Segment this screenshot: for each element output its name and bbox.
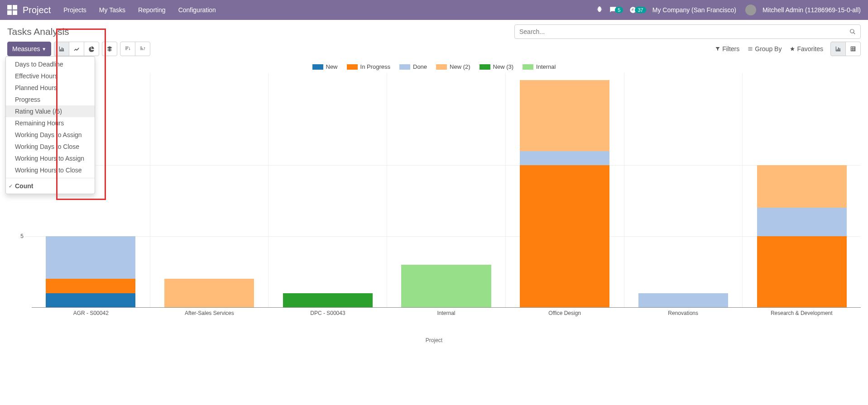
measures-button[interactable]: Measures ▼ bbox=[7, 42, 51, 56]
measure-count[interactable]: ✓Count bbox=[6, 180, 95, 192]
search-icon[interactable] bbox=[849, 29, 856, 35]
bar-segment[interactable] bbox=[520, 165, 609, 307]
legend-item[interactable]: New bbox=[312, 63, 338, 70]
messages-icon[interactable]: 5 bbox=[609, 6, 623, 14]
bar-segment[interactable] bbox=[520, 151, 609, 165]
bar-segment[interactable] bbox=[401, 265, 491, 307]
legend: NewIn ProgressDoneNew (2)New (3)Internal bbox=[7, 63, 861, 70]
avatar[interactable] bbox=[745, 5, 756, 15]
sort-group bbox=[120, 42, 150, 56]
bar-segment[interactable] bbox=[520, 80, 609, 151]
x-tick: Office Design bbox=[505, 307, 624, 326]
pie-chart-button[interactable] bbox=[84, 42, 99, 56]
filters-button[interactable]: Filters bbox=[715, 45, 739, 52]
x-tick: DPC - S00043 bbox=[269, 307, 387, 326]
x-tick: After-Sales Services bbox=[150, 307, 269, 326]
bar-segment[interactable] bbox=[638, 293, 728, 307]
legend-item[interactable]: Done bbox=[399, 63, 427, 70]
bar-segment[interactable] bbox=[46, 293, 135, 307]
bar-segment[interactable] bbox=[46, 279, 135, 293]
x-axis-label: Project bbox=[7, 337, 861, 343]
x-tick: Internal bbox=[387, 307, 506, 326]
favorites-button[interactable]: Favorites bbox=[790, 45, 823, 52]
bug-icon[interactable] bbox=[596, 6, 603, 14]
nav-my-tasks[interactable]: My Tasks bbox=[99, 6, 125, 14]
view-switch bbox=[830, 42, 861, 56]
bar-segment[interactable] bbox=[46, 236, 135, 279]
x-tick: Research & Development bbox=[742, 307, 861, 326]
chart-type-group bbox=[54, 42, 99, 56]
apps-icon[interactable] bbox=[7, 5, 17, 15]
nav-configuration[interactable]: Configuration bbox=[178, 6, 216, 14]
measure-option[interactable]: Remaining Hours bbox=[6, 117, 95, 129]
measure-option[interactable]: Progress bbox=[6, 94, 95, 105]
toolbar-left: Measures ▼ Days to DeadlineEffective Hou… bbox=[7, 42, 150, 56]
bar-segment[interactable] bbox=[283, 293, 373, 307]
search-input[interactable] bbox=[519, 28, 849, 35]
line-chart-button[interactable] bbox=[69, 42, 84, 56]
measure-option[interactable]: Planned Hours bbox=[6, 82, 95, 94]
bar-segment[interactable] bbox=[757, 208, 847, 236]
legend-item[interactable]: Internal bbox=[523, 63, 556, 70]
chart: NewIn ProgressDoneNew (2)New (3)Internal… bbox=[0, 59, 868, 343]
measure-option[interactable]: Working Days to Assign bbox=[6, 129, 95, 141]
measure-option[interactable]: Working Hours to Assign bbox=[6, 152, 95, 164]
x-tick: AGR - S00042 bbox=[32, 307, 150, 326]
measure-option[interactable]: Working Days to Close bbox=[6, 141, 95, 152]
nav-right: 5 37 My Company (San Francisco) Mitchell… bbox=[596, 5, 861, 15]
sort-desc-button[interactable] bbox=[120, 42, 135, 56]
measure-option[interactable]: Days to Deadline bbox=[6, 58, 95, 70]
app-brand[interactable]: Project bbox=[23, 5, 51, 15]
y-tick: 5 bbox=[13, 233, 24, 239]
bar-segment[interactable] bbox=[757, 165, 847, 208]
bar-segment[interactable] bbox=[164, 279, 254, 307]
control-panel: Tasks Analysis Measures ▼ Days to Deadli… bbox=[0, 20, 868, 59]
activities-icon[interactable]: 37 bbox=[629, 6, 646, 14]
legend-item[interactable]: New (2) bbox=[436, 63, 470, 70]
measure-option[interactable]: Effective Hours bbox=[6, 70, 95, 82]
legend-item[interactable]: New (3) bbox=[480, 63, 514, 70]
sort-asc-button[interactable] bbox=[135, 42, 150, 56]
company-selector[interactable]: My Company (San Francisco) bbox=[652, 6, 736, 14]
nav-reporting[interactable]: Reporting bbox=[138, 6, 166, 14]
group-by-button[interactable]: Group By bbox=[748, 45, 782, 52]
stacked-button[interactable] bbox=[102, 42, 117, 56]
toolbar-right: Filters Group By Favorites bbox=[715, 42, 861, 56]
measures-dropdown: Days to DeadlineEffective HoursPlanned H… bbox=[5, 56, 95, 194]
user-menu[interactable]: Mitchell Admin (11286969-15-0-all) bbox=[762, 6, 861, 14]
page-title: Tasks Analysis bbox=[7, 26, 69, 37]
measure-option[interactable]: Rating Value (/5) bbox=[6, 105, 95, 117]
messages-badge: 5 bbox=[615, 7, 623, 13]
search-box[interactable] bbox=[514, 24, 861, 39]
graph-view-button[interactable] bbox=[830, 42, 846, 56]
plot-area: Count 510AGR - S00042After-Sales Service… bbox=[25, 73, 861, 326]
x-tick: Renovations bbox=[624, 307, 743, 326]
pivot-view-button[interactable] bbox=[845, 42, 861, 56]
activities-badge: 37 bbox=[635, 7, 646, 13]
bar-segment[interactable] bbox=[757, 236, 847, 307]
nav-links: Projects My Tasks Reporting Configuratio… bbox=[63, 6, 216, 14]
nav-projects[interactable]: Projects bbox=[63, 6, 86, 14]
measure-option[interactable]: Working Hours to Close bbox=[6, 164, 95, 176]
top-navbar: Project Projects My Tasks Reporting Conf… bbox=[0, 0, 868, 20]
legend-item[interactable]: In Progress bbox=[347, 63, 390, 70]
bar-chart-button[interactable] bbox=[54, 42, 69, 56]
